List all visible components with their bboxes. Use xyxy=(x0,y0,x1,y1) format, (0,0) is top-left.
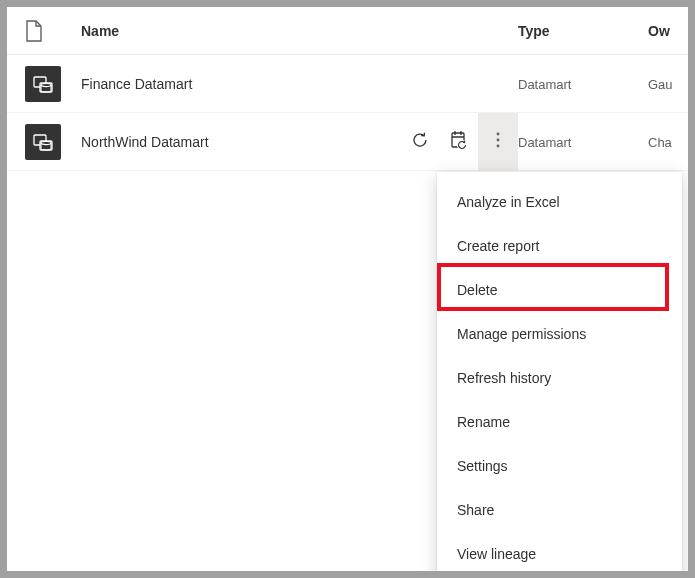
file-icon xyxy=(25,20,43,42)
datamart-icon xyxy=(25,124,61,160)
menu-item-label: Analyze in Excel xyxy=(457,194,560,210)
header-type-label: Type xyxy=(518,23,550,39)
row-name-cell: Finance Datamart xyxy=(81,75,378,93)
row-type-cell: Datamart xyxy=(518,75,648,93)
context-menu: Analyze in Excel Create report Delete Ma… xyxy=(437,172,682,571)
row-name-cell: NorthWind Datamart xyxy=(81,133,378,151)
datamart-icon xyxy=(25,66,61,102)
menu-item-view-lineage[interactable]: View lineage xyxy=(437,532,682,571)
item-name[interactable]: NorthWind Datamart xyxy=(81,134,209,150)
row-icon-cell xyxy=(25,124,81,160)
menu-item-delete[interactable]: Delete xyxy=(437,268,682,312)
menu-item-label: Settings xyxy=(457,458,508,474)
row-owner-cell: Cha xyxy=(648,133,688,151)
menu-item-refresh-history[interactable]: Refresh history xyxy=(437,356,682,400)
svg-point-9 xyxy=(497,139,500,142)
menu-item-analyze-excel[interactable]: Analyze in Excel xyxy=(437,180,682,224)
menu-item-label: Rename xyxy=(457,414,510,430)
row-owner-cell: Gau xyxy=(648,75,688,93)
table-header-row: Name Type Ow xyxy=(7,7,688,55)
menu-item-settings[interactable]: Settings xyxy=(437,444,682,488)
item-owner: Gau xyxy=(648,77,673,92)
header-type-cell[interactable]: Type xyxy=(518,22,648,40)
menu-item-label: Share xyxy=(457,502,494,518)
header-name-label: Name xyxy=(81,23,119,39)
schedule-refresh-button[interactable] xyxy=(440,124,476,160)
menu-item-create-report[interactable]: Create report xyxy=(437,224,682,268)
row-icon-cell xyxy=(25,66,81,102)
row-actions-cell xyxy=(378,113,518,171)
menu-item-label: View lineage xyxy=(457,546,536,562)
table-row[interactable]: NorthWind Datamart xyxy=(7,113,688,171)
menu-item-label: Refresh history xyxy=(457,370,551,386)
header-owner-label: Ow xyxy=(648,23,670,39)
more-vertical-icon xyxy=(496,132,500,151)
item-type: Datamart xyxy=(518,77,571,92)
refresh-icon xyxy=(411,131,429,152)
table-row[interactable]: Finance Datamart Datamart Gau xyxy=(7,55,688,113)
workspace-list-panel: Name Type Ow Finance Datamart xyxy=(7,7,688,571)
item-owner: Cha xyxy=(648,135,672,150)
svg-point-8 xyxy=(497,133,500,136)
header-name-cell[interactable]: Name xyxy=(81,22,378,40)
menu-item-share[interactable]: Share xyxy=(437,488,682,532)
row-type-cell: Datamart xyxy=(518,133,648,151)
menu-item-label: Delete xyxy=(457,282,497,298)
item-type: Datamart xyxy=(518,135,571,150)
header-icon-cell xyxy=(25,20,81,42)
header-owner-cell[interactable]: Ow xyxy=(648,22,688,40)
svg-point-10 xyxy=(497,145,500,148)
menu-item-rename[interactable]: Rename xyxy=(437,400,682,444)
more-options-button[interactable] xyxy=(478,113,518,171)
menu-item-label: Create report xyxy=(457,238,539,254)
schedule-refresh-icon xyxy=(449,130,467,153)
menu-item-label: Manage permissions xyxy=(457,326,586,342)
item-name[interactable]: Finance Datamart xyxy=(81,76,192,92)
menu-item-manage-permissions[interactable]: Manage permissions xyxy=(437,312,682,356)
refresh-button[interactable] xyxy=(402,124,438,160)
